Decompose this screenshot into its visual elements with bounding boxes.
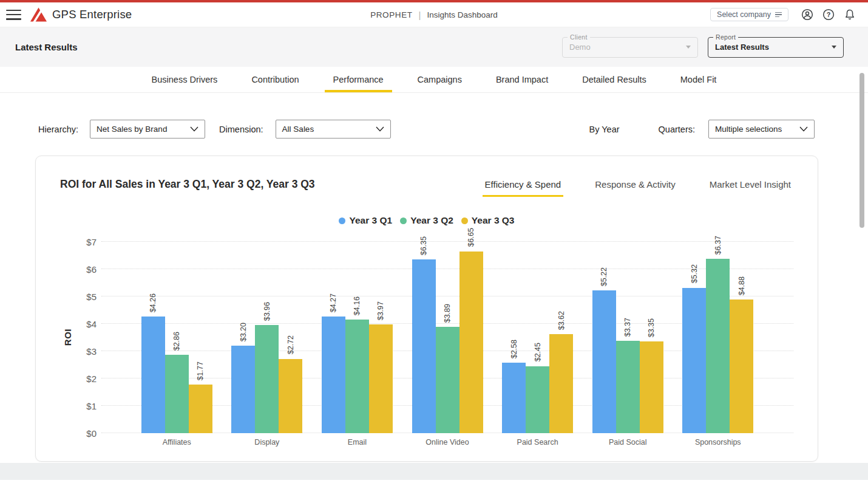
tab-campaigns[interactable]: Campaigns (409, 67, 470, 92)
tab-performance[interactable]: Performance (325, 67, 392, 92)
account-icon[interactable] (801, 9, 813, 21)
dimension-dropdown[interactable]: All Sales (276, 120, 391, 139)
bar-paid-social-year-3-q2[interactable] (616, 341, 640, 433)
chevron-down-icon (190, 126, 198, 132)
bell-icon[interactable] (844, 9, 856, 21)
bar-value-label: $2.72 (287, 335, 295, 354)
bar-email-year-3-q1[interactable] (322, 317, 345, 433)
bar-sponsorships-year-3-q1[interactable] (682, 288, 706, 433)
app-title-group: PROPHET | Insights Dashboard (370, 10, 498, 20)
tab-detailed-results[interactable]: Detailed Results (574, 67, 655, 92)
chart-title: ROI for All Sales in Year 3 Q1, Year 3 Q… (60, 178, 315, 191)
title-divider: | (419, 10, 421, 20)
legend-dot-icon (400, 217, 407, 224)
bar-online-video-year-3-q2[interactable] (436, 327, 459, 433)
chart-plot: $4.26$2.86$1.77$3.20$3.96$2.72$4.27$4.16… (101, 242, 793, 433)
subtab-response-activity[interactable]: Response & Activity (592, 178, 678, 197)
hamburger-menu-icon[interactable] (6, 10, 21, 20)
client-select[interactable]: Client Demo (562, 37, 698, 58)
bar-paid-search-year-3-q2[interactable] (526, 366, 549, 433)
legend-item-year-3-q3[interactable]: Year 3 Q3 (461, 215, 515, 226)
x-axis-label-online-video: Online Video (402, 436, 493, 447)
bar-affiliates-year-3-q1[interactable] (141, 317, 165, 433)
bar-value-label: $3.62 (557, 311, 566, 330)
bar-col: $4.88 (730, 242, 753, 433)
bar-group-sponsorships: $5.32$6.37$4.88 (673, 242, 763, 433)
legend-item-year-3-q1[interactable]: Year 3 Q1 (339, 215, 392, 226)
bar-col: $3.96 (255, 242, 279, 433)
bar-value-label: $1.77 (196, 361, 205, 380)
bar-col: $3.97 (369, 242, 393, 433)
select-company-button[interactable]: Select company (710, 8, 788, 21)
quarters-label: Quarters: (659, 125, 695, 134)
quarters-dropdown[interactable]: Multiple selections (708, 120, 815, 139)
subtab-market-level-insight[interactable]: Market Level Insight (707, 178, 793, 197)
header-actions: Select company ? (710, 8, 856, 21)
bar-group-affiliates: $4.26$2.86$1.77 (132, 242, 222, 433)
bar-value-label: $3.37 (623, 318, 632, 337)
bar-affiliates-year-3-q2[interactable] (165, 355, 189, 433)
subtab-efficiency-spend[interactable]: Efficiency & Spend (483, 178, 564, 197)
legend-item-year-3-q2[interactable]: Year 3 Q2 (400, 215, 453, 226)
bar-value-label: $4.88 (737, 276, 746, 295)
tab-brand-impact[interactable]: Brand Impact (487, 67, 557, 92)
select-company-label: Select company (717, 10, 771, 19)
bar-group-paid-search: $2.58$2.45$3.62 (492, 242, 583, 433)
caret-down-icon (686, 46, 691, 49)
bar-value-label: $5.22 (600, 267, 608, 286)
report-select-value: Latest Results (715, 43, 769, 52)
legend-label: Year 3 Q1 (349, 215, 392, 226)
bar-display-year-3-q3[interactable] (279, 359, 302, 433)
x-axis-label-affiliates: Affiliates (132, 436, 222, 447)
hierarchy-dropdown[interactable]: Net Sales by Brand (90, 120, 205, 139)
tab-model-fit[interactable]: Model Fit (672, 67, 725, 92)
bar-paid-search-year-3-q1[interactable] (502, 363, 526, 433)
main-content: Business DriversContributionPerformanceC… (0, 67, 868, 480)
bar-col: $3.89 (436, 242, 459, 433)
tab-business-drivers[interactable]: Business Drivers (143, 67, 226, 92)
bar-display-year-3-q1[interactable] (231, 346, 255, 433)
report-select[interactable]: Report Latest Results (708, 37, 844, 58)
chart-subtabs: Efficiency & SpendResponse & ActivityMar… (453, 178, 793, 197)
bar-paid-social-year-3-q1[interactable] (592, 290, 616, 433)
tab-contribution[interactable]: Contribution (243, 67, 307, 92)
bar-sponsorships-year-3-q3[interactable] (730, 299, 753, 433)
bar-paid-social-year-3-q3[interactable] (640, 341, 663, 433)
bar-paid-search-year-3-q3[interactable] (549, 334, 573, 433)
bar-group-email: $4.27$4.16$3.97 (312, 242, 402, 433)
scrollbar-thumb[interactable] (860, 73, 864, 228)
bar-value-label: $3.89 (443, 304, 452, 323)
legend-dot-icon (339, 217, 345, 224)
x-axis-label-display: Display (222, 436, 313, 447)
chevron-down-icon (376, 126, 384, 132)
bar-online-video-year-3-q1[interactable] (412, 259, 436, 433)
bar-col: $6.37 (706, 242, 730, 433)
y-tick: $7 (86, 237, 97, 247)
dimension-label: Dimension: (219, 125, 263, 134)
help-icon[interactable]: ? (822, 9, 835, 21)
quarters-dropdown-value: Multiple selections (715, 125, 782, 134)
app-header: GPS Enterprise PROPHET | Insights Dashbo… (0, 2, 868, 27)
bar-display-year-3-q2[interactable] (255, 325, 279, 433)
bar-col: $2.45 (526, 242, 549, 433)
bar-email-year-3-q3[interactable] (369, 324, 393, 433)
bar-email-year-3-q2[interactable] (345, 320, 369, 433)
brand-triangle-logo-icon (30, 7, 47, 22)
bar-value-label: $3.96 (263, 302, 271, 321)
y-tick: $6 (86, 264, 97, 275)
bar-affiliates-year-3-q3[interactable] (189, 385, 212, 433)
bar-value-label: $4.16 (353, 296, 361, 315)
bar-online-video-year-3-q3[interactable] (459, 252, 483, 433)
page-bar-selects: Client Demo Report Latest Results (562, 37, 844, 58)
by-year-toggle[interactable]: By Year (589, 125, 620, 134)
chart-card-header: ROI for All Sales in Year 3 Q1, Year 3 Q… (60, 178, 793, 197)
bar-value-label: $6.37 (714, 236, 722, 255)
bar-value-label: $3.97 (376, 301, 385, 320)
bar-sponsorships-year-3-q2[interactable] (706, 259, 730, 433)
y-axis-title: ROI (63, 329, 73, 346)
filter-row: Hierarchy: Net Sales by Brand Dimension:… (0, 120, 868, 139)
bar-value-label: $6.35 (419, 236, 428, 255)
x-axis-label-paid-social: Paid Social (583, 436, 673, 447)
bar-col: $1.77 (189, 242, 212, 433)
bar-value-label: $4.27 (329, 293, 337, 312)
